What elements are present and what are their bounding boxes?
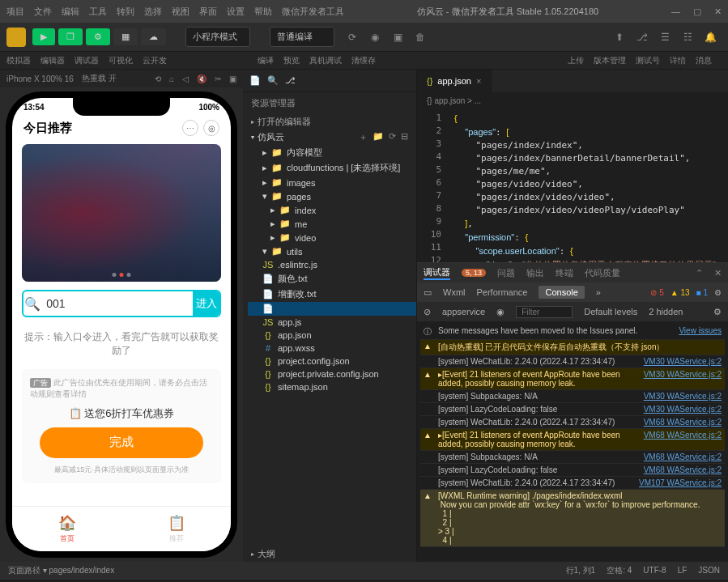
panel-close-icon[interactable]: ✕ (714, 268, 722, 278)
visual-toggle[interactable]: ▦ (113, 28, 138, 45)
log-line[interactable]: ▲▸[Event] 21 listeners of event AppRoute… (420, 368, 725, 390)
tab-item[interactable]: 📋推荐 (121, 507, 231, 551)
more-icon[interactable]: ⋯ (182, 120, 198, 136)
test-btn[interactable]: ☰ (653, 28, 676, 47)
mode-select[interactable]: 小程序模式 (185, 27, 250, 47)
context-select[interactable]: appservice (442, 307, 485, 316)
log-line[interactable]: [system] LazyCodeLoading: falseVM68 WASe… (420, 464, 725, 477)
log-line[interactable]: [system] Subpackages: N/AVM68 WAService.… (420, 451, 725, 464)
target-icon[interactable]: ◎ (203, 120, 219, 136)
log-line[interactable]: [system] WeChatLib: 2.24.0 (2022.4.17 23… (420, 416, 725, 429)
log-line[interactable]: [system] Subpackages: N/AVM30 WAService.… (420, 390, 725, 403)
tab-debugger[interactable]: 调试器 (424, 266, 450, 280)
code-content[interactable]: { "pages": [ "pages/index/index", "pages… (448, 108, 728, 262)
tree-node[interactable]: 📄增删改.txt (248, 287, 416, 302)
compile-btn[interactable]: ⟳ (341, 28, 364, 47)
tree-node[interactable]: {}sitemap.json (248, 380, 416, 393)
open-editors-section[interactable]: ▸打开的编辑器 (243, 114, 416, 130)
menu-item[interactable]: 选择 (144, 6, 162, 18)
simulator-toggle[interactable]: ▶ (32, 28, 55, 45)
new-folder-icon[interactable]: 📁 (373, 131, 384, 143)
tab-quality[interactable]: 代码质量 (585, 267, 620, 279)
tree-node[interactable]: ▸ 📁cloudfunctions | [未选择环境] (248, 160, 416, 176)
tree-node[interactable]: ▸ 📁video (248, 231, 416, 244)
menu-item[interactable]: 编辑 (62, 6, 79, 18)
log-line[interactable]: ▲▸[Event] 21 listeners of event AppRoute… (420, 429, 725, 451)
menu-item[interactable]: 设置 (227, 6, 245, 18)
tree-node[interactable]: ▸ 📁index (248, 203, 416, 217)
rotate-icon[interactable]: ⟲ (155, 74, 161, 83)
editor-tab[interactable]: {}app.json× (417, 70, 492, 92)
menu-item[interactable]: 项目 (6, 6, 24, 18)
close-icon[interactable]: ✕ (714, 6, 722, 17)
new-file-icon[interactable]: ＋ (359, 131, 368, 143)
preview-btn[interactable]: ◉ (364, 28, 386, 47)
eye-icon[interactable]: ◉ (496, 307, 504, 317)
log-line[interactable]: [system] WeChatLib: 2.24.0 (2022.4.17 23… (420, 355, 725, 368)
tab-performance[interactable]: Performance (477, 287, 528, 297)
more-tabs-icon[interactable]: » (596, 287, 601, 297)
tree-node[interactable]: JSapp.js (248, 316, 416, 329)
screenshot-icon[interactable]: ✂ (215, 74, 221, 83)
status-item[interactable]: 空格: 4 (607, 566, 632, 575)
compile-select[interactable]: 普通编译 (270, 27, 334, 47)
menu-item[interactable]: 微信开发者工具 (282, 6, 344, 18)
tree-node[interactable]: ▾ 📁pages (248, 189, 416, 203)
cloud-toggle[interactable]: ☁ (141, 28, 166, 45)
clear-icon[interactable]: ⊘ (424, 307, 431, 317)
git-icon[interactable]: ⎇ (285, 75, 296, 86)
float-icon[interactable]: ▣ (229, 74, 236, 83)
banner-image[interactable] (22, 144, 221, 282)
enter-button[interactable]: 进入 (193, 291, 219, 316)
tab-item[interactable]: 🏠首页 (12, 507, 121, 551)
upload-btn[interactable]: ⬆ (608, 28, 631, 47)
tree-node[interactable]: {}app.json (248, 329, 416, 342)
collapse-icon[interactable]: ⊟ (401, 131, 408, 143)
version-btn[interactable]: ⎇ (631, 28, 653, 47)
project-root[interactable]: ▾仿风云 ＋ 📁 ⟳ ⊟ (243, 130, 416, 145)
editor-toggle[interactable]: ❐ (58, 28, 83, 45)
tree-node[interactable]: ▸ 📁内容模型 (248, 145, 416, 160)
menu-item[interactable]: 帮助 (254, 6, 272, 18)
console-settings-icon[interactable]: ⚙ (713, 307, 722, 317)
device-label[interactable]: iPhone X 100% 16 (6, 74, 74, 83)
panel-up-icon[interactable]: ⌃ (696, 268, 703, 278)
tab-console[interactable]: Console (539, 286, 584, 299)
tree-node[interactable]: {}project.config.json (248, 355, 416, 367)
breadcrumb[interactable]: {} app.json > ... (417, 92, 728, 108)
levels-select[interactable]: Default levels (584, 307, 637, 316)
search-icon[interactable]: 🔍 (267, 75, 279, 86)
done-button[interactable]: 完成 (40, 427, 203, 458)
menu-item[interactable]: 视图 (172, 6, 189, 18)
tree-node[interactable]: ▸ 📁me (248, 217, 416, 231)
notify-btn[interactable]: 🔔 (699, 28, 722, 47)
log-line[interactable]: ⓘSome messages have been moved to the Is… (420, 325, 725, 340)
tab-problems[interactable]: 问题 (497, 267, 515, 279)
debugger-toggle[interactable]: ⚙ (86, 28, 110, 45)
log-line[interactable]: ▲[WXML Runtime warning] ./pages/index/in… (420, 490, 725, 547)
console-log[interactable]: ⓘSome messages have been moved to the Is… (417, 321, 728, 562)
filter-input[interactable] (516, 306, 573, 318)
settings-icon[interactable]: ⚙ (714, 288, 722, 297)
menu-item[interactable]: 文件 (34, 6, 52, 18)
close-tab-icon[interactable]: × (476, 76, 481, 86)
code-pane[interactable]: 1234567891011121314 { "pages": [ "pages/… (417, 108, 728, 262)
mute-icon[interactable]: 🔇 (197, 74, 206, 83)
minimize-icon[interactable]: — (671, 6, 680, 17)
status-item[interactable]: LF (678, 566, 688, 575)
tree-node[interactable]: 📄颜色.txt (248, 271, 416, 287)
log-line[interactable]: [system] WeChatLib: 2.24.0 (2022.4.17 23… (420, 477, 725, 490)
details-btn[interactable]: ☷ (676, 28, 699, 47)
tree-node[interactable]: #app.wxss (248, 342, 416, 355)
tab-wxml[interactable]: Wxml (443, 287, 466, 297)
files-icon[interactable]: 📄 (249, 75, 261, 86)
status-item[interactable]: UTF-8 (643, 566, 666, 575)
tab-output[interactable]: 输出 (526, 267, 544, 279)
tree-node[interactable]: {}project.private.config.json (248, 367, 416, 380)
menu-item[interactable]: 工具 (89, 6, 107, 18)
home-icon[interactable]: ⌂ (169, 74, 174, 83)
tree-node[interactable]: 📄 (248, 302, 416, 316)
log-line[interactable]: ▲[自动热重载] 已开启代码文件保存后自动热重载（不支持 json） (420, 340, 725, 355)
clear-cache-btn[interactable]: 🗑 (409, 28, 432, 47)
menu-item[interactable]: 转到 (117, 6, 134, 18)
